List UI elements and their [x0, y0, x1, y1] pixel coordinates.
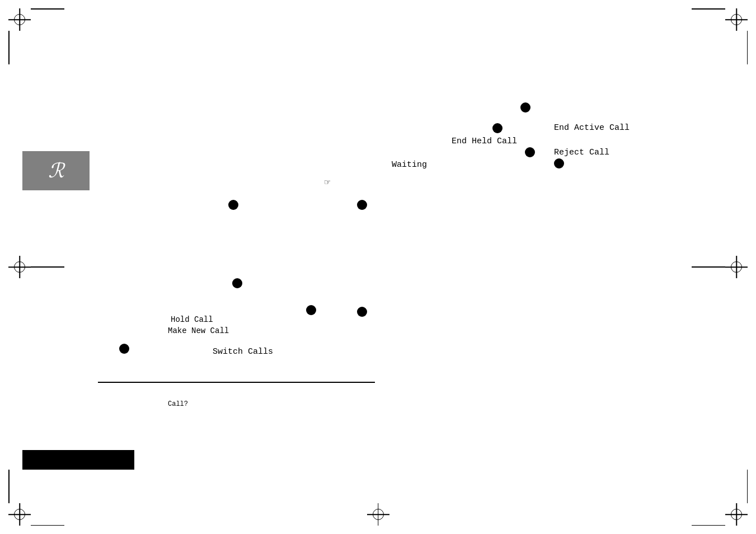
border-br-h	[692, 525, 725, 526]
switch-calls-label: Switch Calls	[213, 347, 273, 357]
border-tr-h	[692, 8, 725, 10]
reg-mark-top-right	[725, 8, 748, 31]
border-tl-v	[8, 31, 10, 64]
reg-mark-bottom-right	[725, 503, 748, 526]
reg-mark-bottom-left	[8, 503, 31, 526]
call-question-label: Call?	[168, 400, 188, 408]
end-held-call-label: End Held Call	[452, 137, 517, 146]
dot-6	[357, 200, 367, 210]
dot-2	[492, 123, 503, 133]
waiting-icon-label: ☞	[325, 176, 330, 188]
border-br-v	[747, 470, 748, 503]
dot-5	[228, 200, 238, 210]
end-active-call-label: End Active Call	[554, 123, 630, 133]
black-button[interactable]	[22, 450, 134, 470]
dot-1	[520, 102, 530, 113]
make-new-call-label: Make New Call	[168, 326, 229, 335]
hold-call-label: Hold Call	[171, 315, 213, 324]
border-tl-h	[31, 8, 64, 10]
reg-mark-top-left	[8, 8, 31, 31]
avatar: ℛ	[22, 151, 90, 190]
dot-4	[554, 158, 564, 168]
dot-9	[357, 307, 367, 317]
dot-10	[119, 344, 129, 354]
border-ml-h	[31, 266, 64, 268]
divider-line	[98, 382, 375, 383]
border-mr-h	[692, 266, 725, 268]
dot-3	[525, 147, 535, 157]
border-bl-v	[8, 470, 10, 503]
avatar-icon: ℛ	[48, 159, 64, 182]
reject-call-label: Reject Call	[554, 148, 609, 157]
border-tr-v	[747, 31, 748, 64]
reg-mark-middle-right	[725, 256, 748, 278]
dot-8	[306, 305, 316, 315]
waiting-label: Waiting	[392, 160, 427, 170]
reg-mark-middle-left	[8, 256, 31, 278]
reg-mark-bottom-center	[367, 503, 389, 526]
dot-7	[232, 278, 242, 288]
border-bl-h	[31, 525, 64, 526]
